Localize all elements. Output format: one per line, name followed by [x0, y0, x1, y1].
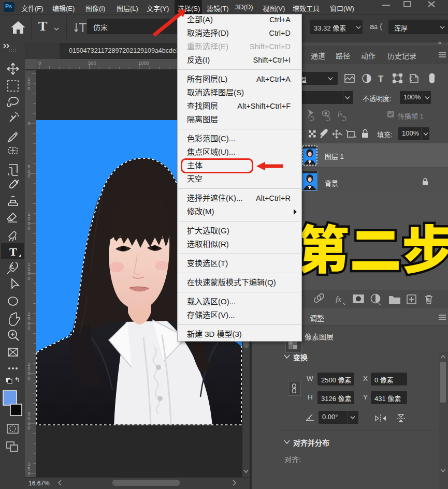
svg-text:3000: 3000 — [27, 411, 30, 431]
svg-text:T: T — [9, 245, 17, 258]
svg-text:500: 500 — [27, 76, 30, 91]
svg-text:1000: 1000 — [27, 211, 30, 231]
svg-text:500: 500 — [27, 164, 30, 179]
svg-text:500: 500 — [88, 60, 96, 66]
svg-text:T: T — [378, 74, 384, 84]
svg-text:fx: fx — [336, 295, 341, 303]
svg-text:1500: 1500 — [27, 261, 30, 281]
svg-text:fx: fx — [338, 110, 343, 117]
svg-text:2000: 2000 — [27, 311, 30, 331]
svg-text:0: 0 — [38, 60, 41, 66]
svg-text:2500: 2500 — [27, 361, 30, 381]
svg-text:1000: 1000 — [138, 60, 149, 66]
svg-text:0: 0 — [27, 121, 30, 126]
